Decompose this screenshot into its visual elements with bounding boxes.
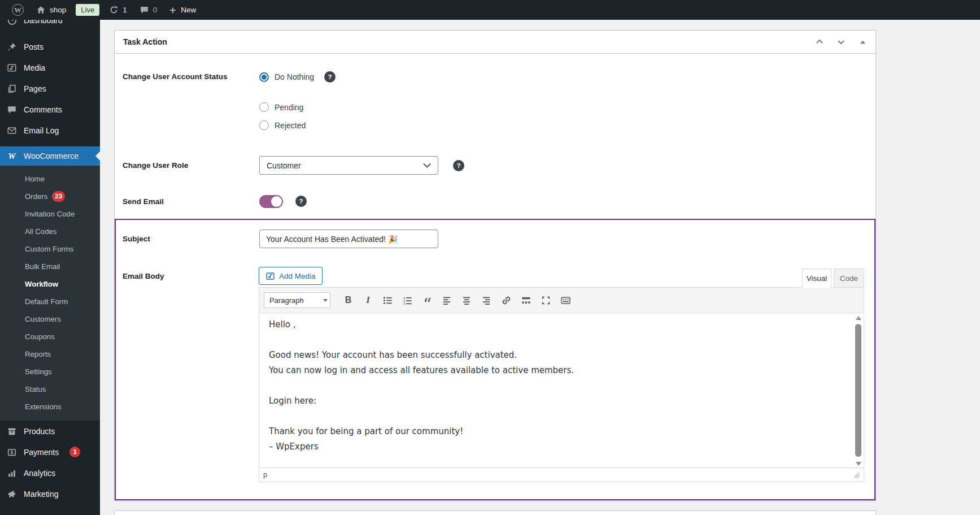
editor-line bbox=[269, 409, 844, 424]
media-icon bbox=[6, 62, 18, 73]
user-role-select[interactable]: Customer bbox=[259, 156, 438, 175]
sidebar-item-posts[interactable]: Posts bbox=[0, 36, 100, 57]
radio-do-nothing[interactable] bbox=[259, 72, 269, 82]
chevron-down-icon bbox=[423, 163, 431, 168]
element-path: p bbox=[263, 471, 267, 479]
updates-count: 1 bbox=[123, 6, 127, 14]
woocommerce-icon: W bbox=[6, 150, 18, 162]
update-icon bbox=[109, 5, 119, 15]
wordpress-menu-button[interactable]: W bbox=[6, 0, 30, 20]
sidebar-item-dashboard[interactable]: Dashboard bbox=[0, 20, 100, 31]
account-status-help-icon[interactable]: ? bbox=[324, 71, 336, 83]
submenu-item-coupons[interactable]: Coupons bbox=[0, 328, 100, 345]
sidebar-item-payments[interactable]: $ Payments 1 bbox=[0, 442, 100, 462]
sidebar-item-media[interactable]: Media bbox=[0, 57, 100, 78]
dashboard-icon bbox=[6, 20, 18, 26]
scrollbar-thumb[interactable] bbox=[855, 324, 861, 457]
editor-scrollbar[interactable] bbox=[855, 316, 862, 466]
editor-line: Login here: bbox=[269, 393, 844, 409]
radio-option-do-nothing[interactable]: Do Nothing ? bbox=[259, 71, 336, 83]
scroll-up-arrow[interactable] bbox=[856, 316, 861, 320]
comments-button[interactable]: 0 bbox=[133, 0, 164, 20]
radio-rejected[interactable] bbox=[259, 120, 269, 130]
paragraph-format-select[interactable]: Paragraph bbox=[264, 292, 330, 308]
sidebar-item-woocommerce[interactable]: W WooCommerce bbox=[0, 146, 100, 166]
numbered-list-icon: 1 2 3 bbox=[402, 295, 413, 306]
account-status-label: Change User Account Status bbox=[123, 72, 228, 81]
align-center-button[interactable] bbox=[458, 292, 476, 308]
link-icon bbox=[501, 295, 512, 306]
submenu-item-customers[interactable]: Customers bbox=[0, 310, 100, 328]
send-email-help-icon[interactable]: ? bbox=[295, 196, 307, 207]
submenu-item-settings[interactable]: Settings bbox=[0, 363, 100, 380]
submenu-item-custom-forms[interactable]: Custom Forms bbox=[0, 240, 100, 258]
scroll-down-arrow[interactable] bbox=[856, 462, 861, 466]
insert-more-tag-button[interactable] bbox=[517, 292, 535, 308]
svg-text:$: $ bbox=[11, 449, 14, 455]
align-right-button[interactable] bbox=[478, 292, 495, 308]
italic-button[interactable]: I bbox=[359, 292, 377, 308]
user-role-help-icon[interactable]: ? bbox=[453, 160, 464, 171]
toolbar-toggle-button[interactable] bbox=[557, 292, 574, 308]
plus-icon: + bbox=[169, 5, 176, 15]
sidebar-item-products[interactable]: Products bbox=[0, 421, 100, 442]
insert-link-button[interactable] bbox=[498, 292, 515, 308]
submenu-label: Orders bbox=[25, 188, 47, 205]
submenu-item-default-form[interactable]: Default Form bbox=[0, 293, 100, 310]
sidebar-item-comments[interactable]: Comments bbox=[0, 99, 100, 120]
submenu-item-extensions[interactable]: Extensions bbox=[0, 398, 100, 416]
submenu-item-workflow[interactable]: Workflow bbox=[0, 275, 100, 293]
submenu-label: Reports bbox=[25, 345, 51, 363]
toggle-knob bbox=[271, 196, 282, 207]
submenu-item-invitation-code[interactable]: Invitation Code bbox=[0, 205, 100, 223]
email-body-content[interactable]: Hello , Good news! Your account has been… bbox=[259, 313, 864, 468]
menu-separator bbox=[0, 31, 100, 36]
bold-button[interactable]: B bbox=[339, 292, 357, 308]
tab-visual[interactable]: Visual bbox=[802, 269, 831, 288]
sidebar-item-label: WooCommerce bbox=[24, 152, 79, 161]
task-action-header[interactable]: Task Action bbox=[115, 31, 876, 54]
submenu-label: Workflow bbox=[25, 275, 58, 293]
resize-grip-icon bbox=[853, 472, 860, 478]
submenu-item-status[interactable]: Status bbox=[0, 380, 100, 398]
move-up-button[interactable] bbox=[813, 36, 826, 48]
italic-icon: I bbox=[366, 295, 370, 306]
editor-line: Hello , bbox=[269, 317, 844, 332]
submenu-item-home[interactable]: Home bbox=[0, 170, 100, 188]
collapse-toggle-button[interactable] bbox=[856, 36, 869, 48]
tab-code[interactable]: Code bbox=[834, 269, 864, 287]
submenu-label: Coupons bbox=[25, 328, 55, 345]
site-link[interactable]: shop bbox=[30, 0, 72, 20]
align-left-button[interactable] bbox=[438, 292, 456, 308]
submenu-item-all-codes[interactable]: All Codes bbox=[0, 223, 100, 240]
blockquote-button[interactable]: “ bbox=[419, 292, 436, 308]
updates-button[interactable]: 1 bbox=[103, 0, 133, 20]
bulleted-list-button[interactable] bbox=[379, 292, 397, 308]
submenu-item-bulk-email[interactable]: Bulk Email bbox=[0, 258, 100, 275]
sidebar-item-label: Comments bbox=[24, 105, 62, 114]
sidebar-item-analytics[interactable]: Analytics bbox=[0, 462, 100, 483]
orders-count-badge: 23 bbox=[52, 191, 65, 202]
new-content-button[interactable]: + New bbox=[163, 0, 202, 20]
editor-line bbox=[269, 332, 844, 348]
numbered-list-button[interactable]: 1 2 3 bbox=[399, 292, 416, 308]
subject-input[interactable] bbox=[259, 230, 438, 248]
fullscreen-button[interactable] bbox=[537, 292, 555, 308]
radio-pending[interactable] bbox=[259, 102, 269, 112]
radio-option-rejected[interactable]: Rejected bbox=[259, 120, 306, 130]
resize-grip[interactable] bbox=[853, 472, 860, 478]
radio-option-pending[interactable]: Pending bbox=[259, 102, 303, 112]
sidebar-item-pages[interactable]: Pages bbox=[0, 78, 100, 99]
envelope-icon bbox=[6, 125, 18, 136]
sidebar-item-label: Marketing bbox=[24, 490, 58, 499]
admin-bar: W shop Live 1 0 + New bbox=[0, 0, 980, 20]
sidebar-item-marketing[interactable]: Marketing bbox=[0, 483, 100, 504]
subject-label: Subject bbox=[123, 235, 150, 243]
send-email-toggle[interactable] bbox=[259, 195, 283, 208]
sidebar-item-label: Posts bbox=[24, 42, 43, 51]
sidebar-item-email-log[interactable]: Email Log bbox=[0, 120, 100, 141]
move-down-button[interactable] bbox=[835, 36, 847, 48]
add-media-button[interactable]: Add Media bbox=[259, 267, 323, 285]
submenu-item-orders[interactable]: Orders 23 bbox=[0, 188, 100, 205]
submenu-item-reports[interactable]: Reports bbox=[0, 345, 100, 363]
